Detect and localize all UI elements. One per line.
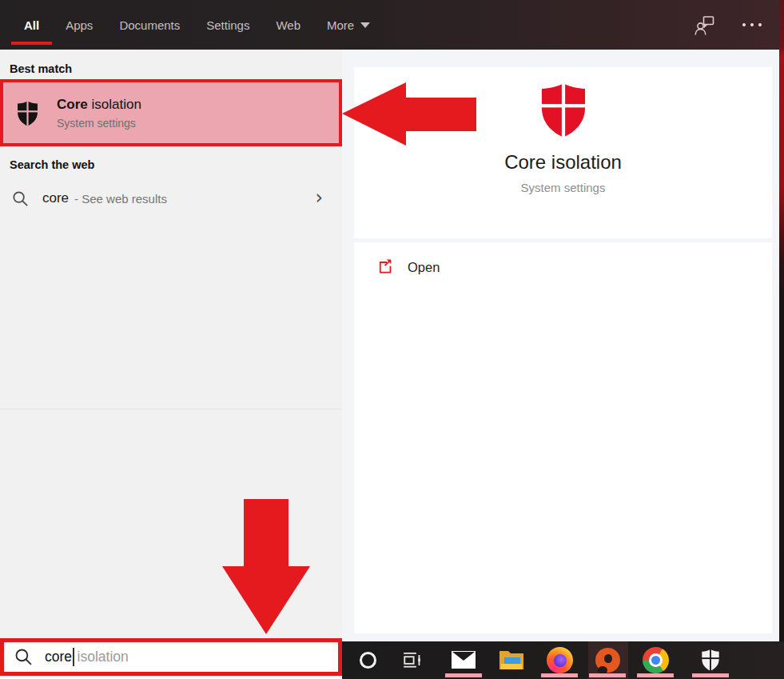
search-flyout: All Apps Documents Settings Web More <box>0 0 784 679</box>
search-typed-text: core <box>45 649 72 665</box>
defender-shield-icon <box>14 99 42 127</box>
chrome-icon <box>643 647 669 673</box>
taskbar-item-windows-security[interactable] <box>696 645 725 674</box>
preview-actions-card: Open <box>354 242 772 633</box>
annotation-arrow-down <box>221 499 312 635</box>
defender-shield-icon <box>533 79 594 140</box>
web-section-label: Search the web <box>10 158 94 171</box>
tab-apps[interactable]: Apps <box>66 0 93 50</box>
search-icon <box>12 190 29 207</box>
firefox-icon <box>547 647 573 673</box>
running-indicator <box>445 673 482 677</box>
desktop-wallpaper-sliver <box>779 0 784 641</box>
taskbar-item-chrome[interactable] <box>641 645 670 674</box>
best-match-section-label: Best match <box>10 62 72 75</box>
taskbar <box>342 641 784 679</box>
web-suffix-text: - See web results <box>74 192 167 206</box>
chevron-right-icon: › <box>315 188 323 207</box>
preview-title: Core isolation <box>354 151 772 174</box>
feedback-person-chat-icon[interactable] <box>694 14 715 36</box>
result-title: Core isolation <box>57 97 141 113</box>
running-indicator <box>637 673 674 677</box>
best-match-result-core-isolation[interactable]: Core isolation System settings <box>0 79 342 146</box>
preview-subtitle: System settings <box>354 181 772 194</box>
running-indicator <box>692 673 729 677</box>
taskbar-item-mail[interactable] <box>449 645 478 674</box>
web-search-result[interactable]: core - See web results › <box>0 180 342 217</box>
taskbar-item-task-view[interactable] <box>398 645 427 674</box>
tab-more[interactable]: More <box>327 0 370 50</box>
result-subtitle: System settings <box>57 117 141 130</box>
tab-settings[interactable]: Settings <box>206 0 249 50</box>
taskbar-item-cortana[interactable] <box>353 645 382 674</box>
search-suggestion-text: isolation <box>78 649 129 665</box>
open-external-icon <box>377 259 393 275</box>
search-box-region: core isolation <box>0 638 342 679</box>
chevron-down-icon <box>360 22 370 28</box>
web-query-text: core <box>42 190 69 206</box>
taskbar-item-file-explorer[interactable] <box>497 645 526 674</box>
open-action[interactable]: Open <box>354 242 514 275</box>
tab-all[interactable]: All <box>24 0 39 50</box>
search-filter-bar: All Apps Documents Settings Web More <box>0 0 784 50</box>
defender-shield-icon <box>698 648 722 672</box>
search-input[interactable]: core isolation <box>0 638 342 676</box>
taskbar-item-firefox[interactable] <box>545 645 574 674</box>
file-explorer-icon <box>498 648 525 672</box>
tab-documents[interactable]: Documents <box>119 0 180 50</box>
mail-icon <box>451 649 476 670</box>
ellipsis-icon[interactable] <box>742 23 762 26</box>
panel-divider <box>0 409 342 409</box>
origin-icon <box>595 648 620 673</box>
search-icon <box>14 648 33 666</box>
running-indicator <box>541 673 578 677</box>
tab-web[interactable]: Web <box>276 0 300 50</box>
open-label: Open <box>408 260 440 275</box>
filter-tabs: All Apps Documents Settings Web More <box>0 0 784 50</box>
text-cursor <box>73 648 74 666</box>
cortana-icon <box>360 652 376 669</box>
taskbar-item-origin[interactable] <box>593 645 622 674</box>
running-indicator <box>589 673 626 677</box>
task-view-icon <box>402 649 423 670</box>
annotation-arrow-left <box>342 81 478 148</box>
